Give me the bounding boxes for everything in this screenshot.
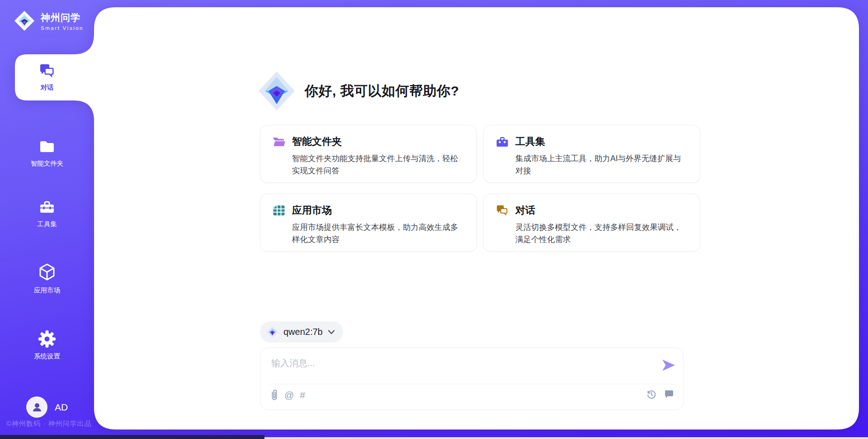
- sidebar-item-label: 系统设置: [34, 352, 60, 361]
- message-input[interactable]: [271, 354, 651, 372]
- model-logo-icon: [266, 326, 278, 338]
- taskbar-edge: [0, 435, 264, 439]
- folder-open-icon: [272, 135, 286, 148]
- gear-icon: [38, 329, 57, 348]
- user-name: AD: [55, 402, 68, 413]
- hash-icon[interactable]: #: [300, 389, 305, 401]
- card-chat[interactable]: 对话 灵活切换多模型文件，支持多样回复效果调试，满足个性化需求: [483, 194, 700, 252]
- brand-diamond-icon: [14, 10, 35, 32]
- send-button[interactable]: [661, 358, 676, 373]
- card-description: 应用市场提供丰富长文本模板，助力高效生成多样化文章内容: [292, 221, 465, 246]
- comment-icon[interactable]: [664, 389, 675, 400]
- composer-tools-right: [646, 389, 675, 400]
- sidebar-item-label: 工具集: [37, 220, 57, 229]
- toolbox-icon: [38, 198, 56, 216]
- grid-icon: [272, 204, 286, 217]
- brand-logo: 神州问学 Smart Vision: [14, 10, 84, 32]
- sidebar-item-label: 应用市场: [34, 286, 60, 295]
- paperclip-icon[interactable]: [270, 389, 278, 401]
- card-title: 工具集: [515, 135, 545, 148]
- card-app-market[interactable]: 应用市场 应用市场提供丰富长文本模板，助力高效生成多样化文章内容: [260, 194, 477, 252]
- app-window: 神州问学 Smart Vision 对话 智能文件夹 工具集: [0, 0, 868, 439]
- greeting-header: 你好, 我可以如何帮助你?: [258, 71, 459, 111]
- card-title: 对话: [515, 204, 535, 217]
- message-composer: @ #: [260, 348, 684, 410]
- sidebar-item-label: 智能文件夹: [31, 159, 64, 168]
- chat-icon: [38, 62, 56, 80]
- app-logo-icon: [258, 71, 296, 111]
- at-icon[interactable]: @: [284, 389, 294, 401]
- sidebar-item-marketplace[interactable]: 应用市场: [0, 262, 94, 295]
- send-icon: [661, 358, 676, 372]
- model-selector[interactable]: qwen2:7b: [260, 321, 343, 343]
- card-title: 智能文件夹: [292, 135, 342, 148]
- card-description: 智能文件夹功能支持批量文件上传与清洗，轻松实现文件问答: [292, 153, 465, 177]
- card-description: 灵活切换多模型文件，支持多样回复效果调试，满足个性化需求: [515, 221, 688, 246]
- history-icon[interactable]: [646, 389, 657, 400]
- sidebar-item-label: 对话: [41, 83, 54, 92]
- chat-bubbles-icon: [495, 204, 509, 217]
- card-description: 集成市场上主流工具，助力AI与外界无缝扩展与对接: [515, 153, 688, 177]
- composer-tools-left: @ #: [270, 389, 305, 401]
- brand-subtitle: Smart Vision: [41, 25, 84, 31]
- sidebar-footer: ©神州数码 · 神州问学出品: [6, 420, 91, 428]
- user-icon: [31, 401, 43, 414]
- card-smart-folders[interactable]: 智能文件夹 智能文件夹功能支持批量文件上传与清洗，轻松实现文件问答: [260, 125, 477, 183]
- avatar: [26, 396, 47, 418]
- feature-cards: 智能文件夹 智能文件夹功能支持批量文件上传与清洗，轻松实现文件问答 工具集 集成…: [260, 125, 685, 252]
- brand-name: 神州问学: [41, 11, 84, 24]
- card-title: 应用市场: [292, 204, 332, 217]
- sidebar-item-folders[interactable]: 智能文件夹: [0, 138, 94, 168]
- sidebar-item-tools[interactable]: 工具集: [0, 198, 94, 229]
- card-toolset[interactable]: 工具集 集成市场上主流工具，助力AI与外界无缝扩展与对接: [483, 125, 700, 183]
- model-name: qwen2:7b: [283, 327, 323, 337]
- folder-icon: [38, 138, 56, 156]
- composer-divider: [269, 384, 675, 384]
- user-account[interactable]: AD: [26, 396, 68, 418]
- toolbox-plus-icon: [495, 135, 509, 148]
- sidebar-item-chat[interactable]: 对话: [0, 62, 94, 92]
- sidebar-item-settings[interactable]: 系统设置: [0, 329, 94, 361]
- chevron-down-icon: [328, 329, 335, 335]
- greeting-text: 你好, 我可以如何帮助你?: [305, 82, 459, 100]
- cube-icon: [38, 262, 57, 282]
